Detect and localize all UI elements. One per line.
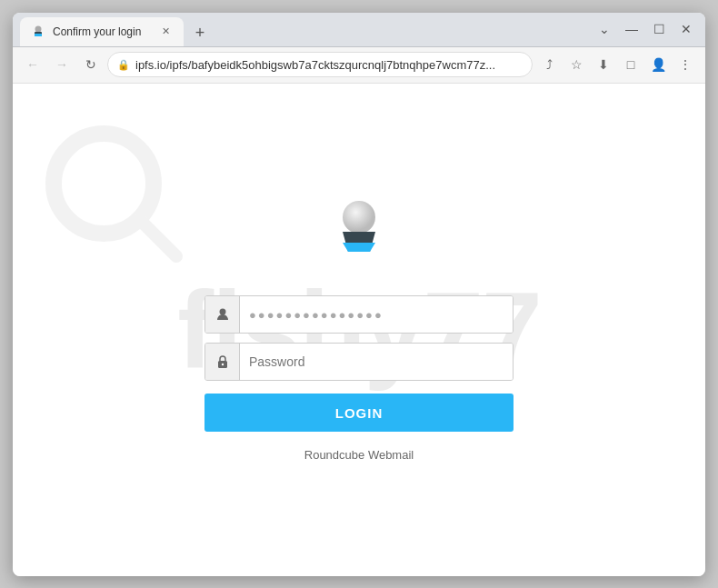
password-input[interactable] — [240, 344, 513, 380]
back-button[interactable]: ← — [20, 52, 45, 77]
magnifier-watermark — [40, 120, 185, 265]
tab-title: Confirm your login — [53, 25, 151, 38]
reload-button[interactable]: ↻ — [78, 52, 104, 77]
menu-icon[interactable]: ⋮ — [673, 52, 698, 77]
page-content: fishy77 — [13, 84, 705, 576]
address-text: ipfs.io/ipfs/bafybeidk5ohbigswb7a7cktszq… — [135, 58, 523, 72]
username-icon — [205, 296, 240, 333]
login-container: LOGIN Roundcube Webmail — [195, 197, 523, 462]
svg-point-3 — [54, 134, 154, 234]
lock-icon: 🔒 — [117, 59, 130, 71]
password-field-group — [204, 343, 514, 381]
svg-line-4 — [140, 220, 176, 256]
svg-rect-2 — [35, 34, 42, 36]
tab-area: Confirm your login ✕ + — [20, 13, 593, 46]
extensions-icon[interactable]: □ — [618, 52, 643, 77]
nav-right-icons: ⤴ ☆ ⬇ □ 👤 ⋮ — [536, 52, 698, 77]
footer-text: Roundcube Webmail — [304, 448, 414, 462]
username-input[interactable] — [240, 296, 513, 333]
tab-favicon — [31, 25, 45, 39]
svg-point-8 — [219, 309, 225, 315]
tab-close-button[interactable]: ✕ — [158, 25, 173, 39]
logo-area — [323, 197, 395, 270]
chevron-down-icon[interactable]: ⌄ — [593, 17, 616, 41]
svg-point-0 — [35, 25, 42, 32]
share-icon[interactable]: ⤴ — [536, 52, 562, 77]
password-icon — [205, 344, 240, 380]
title-bar-controls: ⌄ — ☐ ✕ — [593, 17, 698, 41]
nav-bar: ← → ↻ 🔒 ipfs.io/ipfs/bafybeidk5ohbigswb7… — [13, 47, 705, 84]
maximize-button[interactable]: ☐ — [647, 17, 671, 41]
active-tab[interactable]: Confirm your login ✕ — [20, 17, 184, 46]
login-button[interactable]: LOGIN — [204, 394, 514, 432]
roundcube-logo — [323, 197, 395, 270]
minimize-button[interactable]: — — [620, 17, 643, 41]
svg-point-5 — [343, 201, 375, 234]
new-tab-button[interactable]: + — [187, 21, 213, 46]
browser-window: Confirm your login ✕ + ⌄ — ☐ ✕ ← → ↻ 🔒 i… — [13, 13, 705, 576]
close-button[interactable]: ✕ — [674, 17, 698, 41]
address-bar[interactable]: 🔒 ipfs.io/ipfs/bafybeidk5ohbigswb7a7ckts… — [107, 52, 533, 77]
profile-icon[interactable]: 👤 — [645, 52, 671, 77]
download-icon[interactable]: ⬇ — [591, 52, 616, 77]
bookmark-icon[interactable]: ☆ — [563, 52, 589, 77]
forward-button[interactable]: → — [49, 52, 75, 77]
svg-point-10 — [221, 364, 223, 365]
username-field-group — [204, 295, 514, 334]
title-bar: Confirm your login ✕ + ⌄ — ☐ ✕ — [13, 13, 705, 47]
svg-marker-7 — [343, 243, 375, 252]
